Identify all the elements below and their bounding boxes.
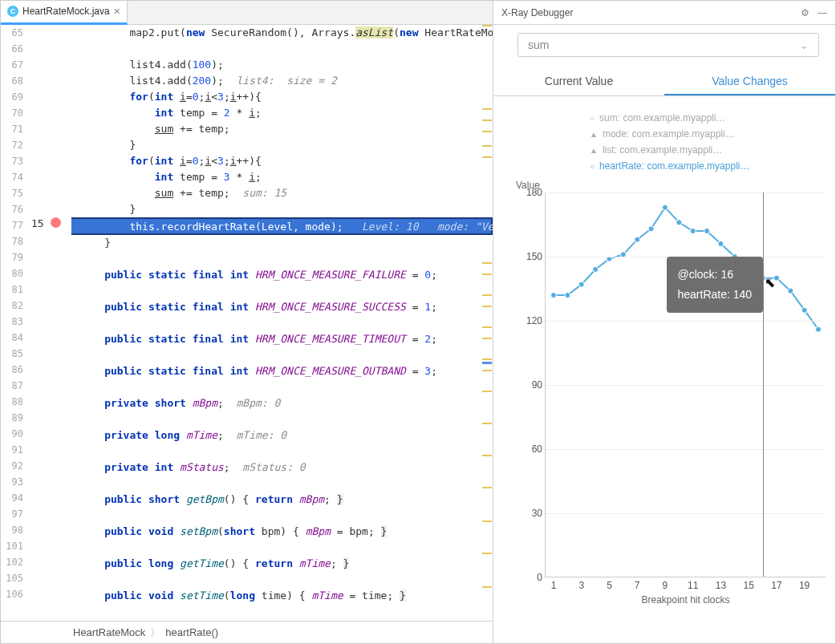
file-tab[interactable]: C HeartRateMock.java × xyxy=(1,1,128,25)
triangle-icon: ▲ xyxy=(590,130,598,139)
tooltip-value: heartRate: 140 xyxy=(678,285,753,305)
chart-legend: ○sum: com.example.myappli… ▲mode: com.ex… xyxy=(590,112,835,172)
breadcrumb[interactable]: HeartRateMock 〉 heartRate() xyxy=(1,621,493,643)
svg-point-11 xyxy=(704,229,710,234)
breadcrumb-class[interactable]: HeartRateMock xyxy=(73,626,145,638)
circle-icon: ○ xyxy=(590,162,595,171)
variable-select-value: sum xyxy=(528,38,549,51)
svg-point-0 xyxy=(551,293,557,298)
file-tab-label: HeartRateMock.java xyxy=(22,6,110,17)
svg-point-1 xyxy=(565,293,570,298)
breakpoint-icon[interactable] xyxy=(51,217,61,228)
editor-panel: C HeartRateMock.java × 65666768697071727… xyxy=(1,1,493,643)
java-class-icon: C xyxy=(7,6,18,17)
tab-current-value[interactable]: Current Value xyxy=(493,68,664,95)
hit-count-label: 15 xyxy=(31,217,44,229)
svg-point-3 xyxy=(593,267,599,273)
plot-region[interactable]: Breakpoint hit clocks 030609012015018013… xyxy=(545,192,826,577)
circle-icon: ○ xyxy=(590,114,595,123)
svg-point-18 xyxy=(802,307,807,313)
line-number-gutter: 6566676869707172737475767778798081828384… xyxy=(1,25,30,621)
svg-point-17 xyxy=(788,288,793,294)
cursor-icon: ⬉ xyxy=(765,275,775,290)
variable-select[interactable]: sum ⌄ xyxy=(517,33,819,57)
editor-area[interactable]: 6566676869707172737475767778798081828384… xyxy=(1,25,493,621)
svg-point-19 xyxy=(816,326,822,332)
chart-area[interactable]: Value Breakpoint hit clocks 030609012015… xyxy=(516,180,829,589)
svg-point-12 xyxy=(718,241,724,247)
minimize-icon[interactable]: — xyxy=(818,7,827,18)
chevron-down-icon: ⌄ xyxy=(799,38,809,51)
debugger-header: X-Ray Debugger ⚙ — xyxy=(493,1,835,25)
svg-point-10 xyxy=(690,229,696,234)
svg-point-6 xyxy=(635,237,640,242)
svg-point-7 xyxy=(648,226,654,232)
breadcrumb-method[interactable]: heartRate() xyxy=(165,626,218,638)
breadcrumb-sep-icon: 〉 xyxy=(150,626,160,640)
debugger-panel: X-Ray Debugger ⚙ — sum ⌄ Current Value V… xyxy=(493,1,835,643)
debugger-title: X-Ray Debugger xyxy=(501,7,573,18)
marker-strip[interactable] xyxy=(481,25,493,621)
gear-icon[interactable]: ⚙ xyxy=(801,7,810,18)
legend-list[interactable]: ▲list: com.example.myappli… xyxy=(590,144,835,156)
tab-value-changes[interactable]: Value Changes xyxy=(664,68,835,95)
svg-point-8 xyxy=(662,205,668,210)
chart-tooltip: @clock: 16heartRate: 140 xyxy=(667,257,764,313)
legend-mode[interactable]: ▲mode: com.example.myappli… xyxy=(590,128,835,140)
svg-point-2 xyxy=(578,281,584,287)
legend-heartrate[interactable]: ○heartRate: com.example.myappli… xyxy=(590,160,835,172)
breakpoint-gutter[interactable]: 15 xyxy=(30,25,71,621)
triangle-icon: ▲ xyxy=(590,146,598,155)
x-axis-label: Breakpoint hit clocks xyxy=(641,594,729,606)
tooltip-clock: @clock: 16 xyxy=(678,265,753,285)
debugger-tabs: Current Value Value Changes xyxy=(493,68,835,96)
close-icon[interactable]: × xyxy=(114,5,120,18)
tab-bar: C HeartRateMock.java × xyxy=(1,1,493,25)
legend-sum[interactable]: ○sum: com.example.myappli… xyxy=(590,112,835,124)
code-content[interactable]: map2.put(new SecureRandom(), Arrays.asLi… xyxy=(71,25,493,621)
svg-point-9 xyxy=(676,220,682,225)
